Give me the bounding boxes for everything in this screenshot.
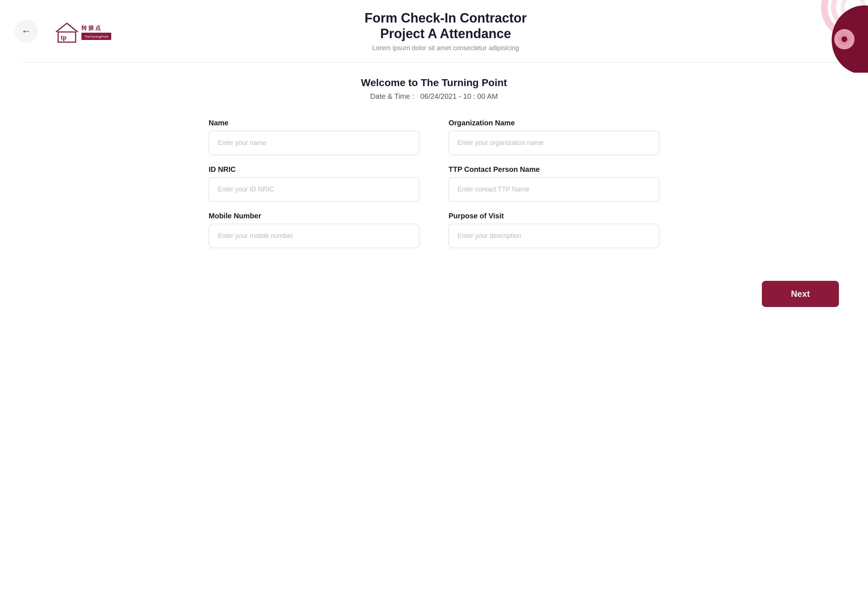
input-name[interactable] [209, 131, 420, 155]
input-mobile[interactable] [209, 224, 420, 248]
input-ttp-contact[interactable] [448, 177, 659, 202]
welcome-section: Welcome to The Turning Point Date & Time… [0, 62, 868, 111]
input-id-nric[interactable] [209, 177, 420, 202]
page-header: ← tp 转 捩 点 TheTurningPoint Form Check-In… [0, 0, 868, 62]
datetime-label: Date & Time : [370, 92, 414, 100]
welcome-datetime: Date & Time : 06/24/2021 - 10 : 00 AM [0, 92, 868, 100]
form-group-organization: Organization Name [448, 119, 659, 155]
svg-text:转 捩 点: 转 捩 点 [81, 25, 101, 31]
form-container: Name Organization Name ID NRIC TTP Conta… [180, 111, 688, 270]
form-group-mobile: Mobile Number [209, 212, 420, 248]
datetime-value: 06/24/2021 - 10 : 00 AM [420, 92, 498, 100]
form-group-id-nric: ID NRIC [209, 165, 420, 202]
input-organization[interactable] [448, 131, 659, 155]
form-subtitle: Lorem ipsum dolor sit amet consectetur a… [114, 44, 777, 52]
form-group-ttp-contact: TTP Contact Person Name [448, 165, 659, 202]
back-icon: ← [21, 25, 31, 37]
back-button[interactable]: ← [14, 20, 38, 43]
input-purpose[interactable] [448, 224, 659, 248]
form-title: Form Check-In Contractor Project A Atten… [114, 10, 777, 42]
form-group-purpose: Purpose of Visit [448, 212, 659, 248]
label-name: Name [209, 119, 420, 127]
form-group-name: Name [209, 119, 420, 155]
svg-text:tp: tp [61, 34, 67, 41]
label-purpose: Purpose of Visit [448, 212, 659, 220]
logo: tp 转 捩 点 TheTurningPoint [49, 17, 114, 46]
header-title-area: Form Check-In Contractor Project A Atten… [114, 10, 777, 52]
label-id-nric: ID NRIC [209, 165, 420, 174]
form-actions: Next [0, 270, 868, 322]
svg-text:TheTurningPoint: TheTurningPoint [84, 35, 108, 39]
label-mobile: Mobile Number [209, 212, 420, 220]
form-grid: Name Organization Name ID NRIC TTP Conta… [209, 119, 659, 248]
welcome-title: Welcome to The Turning Point [0, 77, 868, 89]
label-ttp-contact: TTP Contact Person Name [448, 165, 659, 174]
label-organization: Organization Name [448, 119, 659, 127]
next-button[interactable]: Next [762, 281, 839, 307]
